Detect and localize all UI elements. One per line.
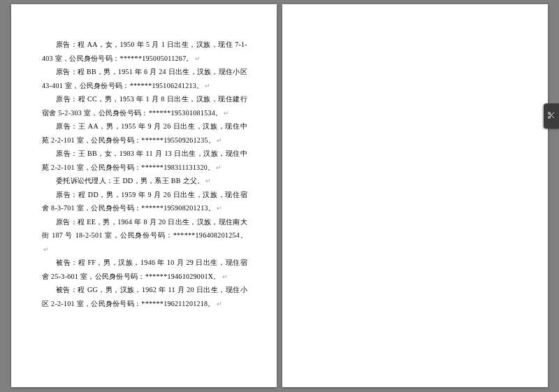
scissors-icon: [547, 110, 556, 122]
page-left: 原告：程 AA，女，1950 年 5 月 1 日出生，汉族，现住 7-1-403…: [11, 4, 277, 387]
paragraph-mark-icon: ↵: [43, 246, 49, 253]
paragraph: 原告：程 CC，男，1953 年 1 月 8 日出生，汉族，现住建行宿舍 5-2…: [42, 92, 247, 119]
paragraph: 原告：程 EE，男，1964 年 8 月 20 日出生，汉族，现住南大街 187…: [42, 215, 247, 256]
paragraph-mark-icon: ↵: [217, 205, 222, 212]
svg-line-3: [552, 116, 554, 118]
paragraph: 原告：程 DD，男，1959 年 9 月 26 日出生，汉族，现住宿舍 8-3-…: [42, 188, 247, 215]
paragraph: 被告：程 GG，男，汉族，1962 年 11 月 20 日出生，现住小区 2-2…: [42, 283, 247, 310]
document-workspace: 原告：程 AA，女，1950 年 5 月 1 日出生，汉族，现住 7-1-403…: [0, 0, 559, 392]
paragraph-mark-icon: ↵: [205, 82, 210, 89]
page-right: [282, 4, 548, 387]
paragraph-mark-icon: ↵: [216, 164, 222, 171]
svg-line-4: [550, 114, 551, 115]
paragraph-mark-icon: ↵: [195, 55, 201, 62]
paragraph: 委托诉讼代理人：王 DD，男，系王 BB 之父。↵: [42, 174, 247, 188]
paragraph-mark-icon: ↵: [222, 273, 228, 280]
paragraph: 原告：程 BB，男，1951 年 6 月 24 日出生，汉族，现住小区 43-4…: [42, 65, 247, 92]
paragraph: 原告：王 AA，男，1955 年 9 月 26 日出生，汉族，现住中苑 2-2-…: [42, 119, 247, 147]
paragraph-mark-icon: ↵: [205, 177, 211, 184]
paragraph-mark-icon: ↵: [224, 110, 229, 117]
side-panel-tab[interactable]: [544, 103, 559, 129]
paragraph: 原告：王 BB，女，1983 年 11 月 13 日出生，汉族，现住中苑 2-2…: [42, 147, 247, 174]
paragraph: 被告：程 FF，男，汉族，1946 年 10 月 29 日出生，现住宿舍 25-…: [42, 256, 247, 283]
paragraph: 原告：程 AA，女，1950 年 5 月 1 日出生，汉族，现住 7-1-403…: [42, 38, 247, 65]
paragraph-mark-icon: ↵: [217, 137, 222, 144]
page-left-body: 原告：程 AA，女，1950 年 5 月 1 日出生，汉族，现住 7-1-403…: [42, 38, 247, 310]
paragraph-mark-icon: ↵: [217, 300, 222, 307]
